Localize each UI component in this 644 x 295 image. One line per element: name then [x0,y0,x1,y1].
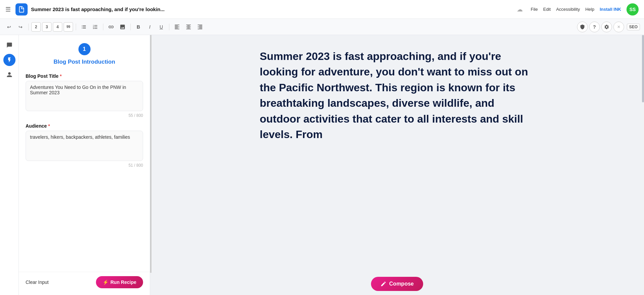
lightning-icon-btn[interactable] [3,54,15,66]
menu-edit[interactable]: Edit [541,5,552,13]
main-layout: 1 Blog Post Introduction Blog Post Title… [0,35,644,295]
scrollbar-thumb [642,35,644,102]
title-bar: ☰ Summer 2023 is fast approaching, and i… [0,0,644,19]
align-right-button[interactable] [195,22,205,32]
app-logo [15,3,28,15]
required-star-1: * [60,73,62,79]
toolbar-divider-1 [28,24,29,30]
cloud-icon: ☁ [517,6,523,13]
audience-field: Audience * 51 / 800 [26,123,143,168]
blog-title-char-count: 55 / 800 [26,113,143,118]
italic-button[interactable]: I [145,22,155,32]
editor-area: Summer 2023 is fast approaching, and if … [150,35,644,295]
hamburger-icon[interactable]: ☰ [5,6,11,13]
bold-button[interactable]: B [133,22,143,32]
person-icon-btn[interactable] [3,69,15,81]
clear-input-button[interactable]: Clear Input [26,280,48,285]
toolbar: ↩ ↪ 2 3 4 99 B I U ? ✕ SEO [0,19,644,35]
menu-help[interactable]: Help [583,5,597,13]
settings-button[interactable] [601,22,612,32]
sidebar-footer: Clear Input ⚡ Run Recipe [19,272,150,295]
h2-button[interactable]: 2 [31,22,41,32]
compose-bar: Compose [150,273,644,295]
undo-button[interactable]: ↩ [4,22,14,32]
editor-text[interactable]: Summer 2023 is fast approaching, and if … [260,48,536,142]
redo-button[interactable]: ↪ [15,22,26,32]
toolbar-divider-2 [76,24,76,30]
editor-content: Summer 2023 is fast approaching, and if … [260,48,536,142]
seo-button[interactable]: SEO [627,24,640,30]
menu-install[interactable]: Install INK [598,5,623,13]
run-recipe-button[interactable]: ⚡ Run Recipe [96,276,143,288]
blog-title-field: Blog Post Title * 55 / 800 [26,73,143,118]
menu-accessibility[interactable]: Accessibility [554,5,582,13]
menu-file[interactable]: File [529,5,540,13]
compose-label: Compose [389,281,414,287]
sidebar-recipe-title: Blog Post Introduction [54,59,115,65]
menu-bar: File Edit Accessibility Help Install INK [529,5,623,13]
image-button[interactable] [117,22,128,32]
toolbar-right: ? ✕ SEO [577,22,640,32]
user-avatar[interactable]: SS [626,3,639,15]
link-button[interactable] [106,22,116,32]
bullet-list-button[interactable] [79,22,89,32]
editor-scroll[interactable]: Summer 2023 is fast approaching, and if … [151,35,644,273]
step-badge: 1 [78,43,91,55]
toolbar-divider-4 [130,24,131,30]
h3-button[interactable]: 3 [42,22,52,32]
toolbar-divider-5 [169,24,169,30]
align-left-button[interactable] [172,22,182,32]
side-icons [0,35,19,295]
help-button[interactable]: ? [589,22,600,32]
h4-button[interactable]: 4 [53,22,62,32]
underline-button[interactable]: U [156,22,166,32]
shield-button[interactable] [577,22,588,32]
blog-title-label: Blog Post Title * [26,73,143,79]
numbered-list-button[interactable] [90,22,100,32]
run-label: Run Recipe [110,280,136,285]
close-circle-button[interactable]: ✕ [613,22,624,32]
align-center-button[interactable] [183,22,194,32]
sidebar-body: Blog Post Title * 55 / 800 Audience * 51… [19,71,150,272]
sidebar-panel: 1 Blog Post Introduction Blog Post Title… [19,35,150,295]
required-star-2: * [48,123,50,129]
code-button[interactable]: 99 [64,22,73,32]
audience-char-count: 51 / 800 [26,163,143,168]
run-icon: ⚡ [103,280,108,285]
audience-input[interactable] [26,131,143,161]
chat-icon-btn[interactable] [3,39,15,51]
document-title: Summer 2023 is fast approaching, and if … [31,6,513,12]
compose-button[interactable]: Compose [371,277,423,291]
sidebar-header: 1 Blog Post Introduction [19,35,150,71]
toolbar-divider-3 [103,24,103,30]
blog-title-input[interactable] [26,81,143,111]
audience-label: Audience * [26,123,143,129]
